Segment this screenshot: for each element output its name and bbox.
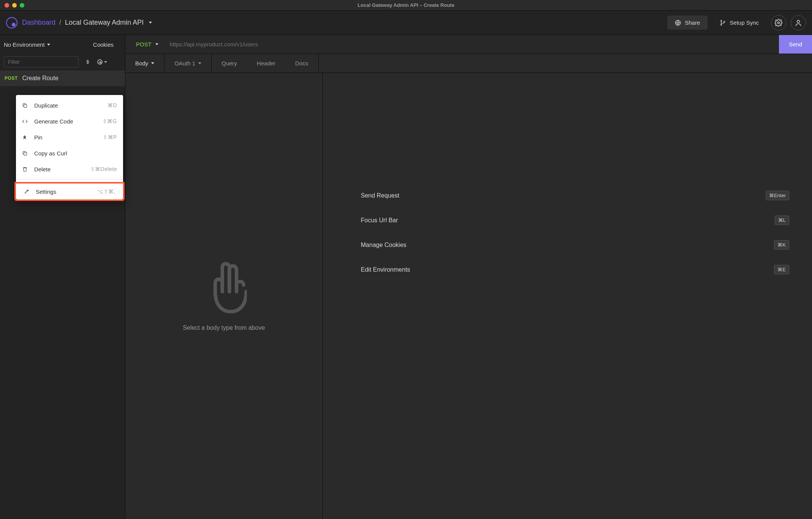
code-icon xyxy=(22,119,29,124)
account-button[interactable] xyxy=(791,15,806,30)
tab-label: Header xyxy=(257,60,275,66)
ctx-generate-code[interactable]: Generate Code ⇧⌘G xyxy=(16,113,123,129)
breadcrumb-workspace[interactable]: Dashboard xyxy=(22,19,55,27)
ctx-highlight: Settings ⌥⇧⌘, xyxy=(14,182,125,201)
share-button[interactable]: Share xyxy=(667,16,708,30)
chevron-down-icon xyxy=(47,44,50,46)
cheat-shortcut: ⌘Enter xyxy=(766,191,789,200)
svg-point-3 xyxy=(724,21,725,22)
cheat-shortcut: ⌘L xyxy=(775,215,789,225)
environment-select[interactable]: No Environment xyxy=(4,41,50,48)
titlebar: Local Gateway Admin API – Create Route xyxy=(0,0,812,11)
cheat-label: Edit Environments xyxy=(361,266,774,273)
cheat-shortcut: ⌘K xyxy=(774,240,789,250)
ctx-label: Duplicate xyxy=(34,102,102,109)
send-label: Send xyxy=(789,41,802,47)
tab-body[interactable]: Body xyxy=(125,54,164,73)
cheat-row: Manage Cookies ⌘K xyxy=(361,240,789,250)
trash-icon xyxy=(22,166,29,172)
zoom-window-button[interactable] xyxy=(20,3,24,8)
request-tabs: Body OAuth 1 Query Header Docs xyxy=(125,54,812,73)
environment-label: No Environment xyxy=(4,41,45,48)
cheat-row: Focus Url Bar ⌘L xyxy=(361,215,789,225)
tab-docs[interactable]: Docs xyxy=(285,54,318,73)
cheat-label: Manage Cookies xyxy=(361,242,774,248)
cheat-shortcut: ⌘E xyxy=(774,265,789,274)
ctx-divider xyxy=(16,179,123,180)
sidebar-filter-row xyxy=(0,54,125,70)
ctx-pin[interactable]: Pin ⇧⌘P xyxy=(16,129,123,145)
main-area: No Environment Cookies POST Create Route xyxy=(0,35,812,519)
tab-label: Query xyxy=(221,60,237,66)
ctx-settings[interactable]: Settings ⌥⇧⌘, xyxy=(16,184,123,199)
globe-icon xyxy=(675,20,681,26)
tab-query[interactable]: Query xyxy=(212,54,247,73)
request-item[interactable]: POST Create Route xyxy=(0,70,125,87)
sort-button[interactable] xyxy=(82,57,93,67)
tab-label: Docs xyxy=(295,60,308,66)
ctx-label: Delete xyxy=(34,166,85,172)
svg-point-5 xyxy=(797,20,800,23)
breadcrumb-separator: / xyxy=(59,19,61,27)
method-label: POST xyxy=(136,41,152,47)
app-logo-icon[interactable] xyxy=(6,17,17,28)
request-bar: POST Send xyxy=(125,35,812,54)
tab-auth[interactable]: OAuth 1 xyxy=(164,54,212,73)
cheat-label: Send Request xyxy=(361,192,766,199)
cheat-row: Send Request ⌘Enter xyxy=(361,191,789,200)
svg-point-1 xyxy=(721,20,722,21)
settings-button[interactable] xyxy=(771,15,786,30)
svg-point-4 xyxy=(778,22,780,24)
content-panel: POST Send Body OAuth 1 Query Header xyxy=(125,35,812,519)
window-title: Local Gateway Admin API – Create Route xyxy=(0,2,812,8)
method-select[interactable]: POST xyxy=(125,35,166,54)
sort-icon xyxy=(86,60,89,64)
share-label: Share xyxy=(685,19,700,26)
shortcut-cheatsheet: Send Request ⌘Enter Focus Url Bar ⌘L Man… xyxy=(323,73,812,519)
ctx-duplicate[interactable]: Duplicate ⌘D xyxy=(16,97,123,113)
ctx-shortcut: ⌥⇧⌘, xyxy=(97,188,115,195)
chevron-down-icon xyxy=(151,62,154,64)
chevron-down-icon xyxy=(198,62,201,64)
user-icon xyxy=(795,19,802,27)
ctx-label: Copy as Curl xyxy=(34,150,112,157)
wrench-icon xyxy=(24,189,30,195)
ctx-shortcut: ⌘D xyxy=(107,102,117,108)
cheat-label: Focus Url Bar xyxy=(361,217,775,224)
chevron-down-icon xyxy=(155,43,158,45)
setup-sync-label: Setup Sync xyxy=(730,19,759,26)
body-pane: Select a body type from above xyxy=(125,73,323,519)
app-header: Dashboard / Local Gateway Admin API Shar… xyxy=(0,11,812,35)
setup-sync-button[interactable]: Setup Sync xyxy=(712,16,766,30)
send-button[interactable]: Send xyxy=(779,35,812,54)
cheat-row: Edit Environments ⌘E xyxy=(361,265,789,274)
peace-hand-icon xyxy=(201,261,247,314)
chevron-down-icon[interactable] xyxy=(149,22,152,24)
sidebar-top-row: No Environment Cookies xyxy=(0,35,125,54)
ctx-delete[interactable]: Delete ⇧⌘Delete xyxy=(16,161,123,177)
svg-point-2 xyxy=(721,24,722,25)
minimize-window-button[interactable] xyxy=(12,3,17,8)
close-window-button[interactable] xyxy=(5,3,9,8)
ctx-label: Settings xyxy=(36,188,92,195)
plus-circle-icon xyxy=(97,59,103,65)
cookies-button[interactable]: Cookies xyxy=(93,41,121,48)
ctx-copy-curl[interactable]: Copy as Curl xyxy=(16,145,123,161)
svg-rect-6 xyxy=(24,104,27,108)
tab-header[interactable]: Header xyxy=(247,54,285,73)
tab-label: Body xyxy=(135,60,148,66)
request-name: Create Route xyxy=(22,75,58,82)
copy-icon xyxy=(22,103,29,108)
copy-icon xyxy=(22,150,29,156)
chevron-down-icon xyxy=(104,61,107,63)
filter-input[interactable] xyxy=(4,56,79,68)
url-input[interactable] xyxy=(166,35,779,54)
new-request-button[interactable] xyxy=(97,57,107,67)
breadcrumb-project[interactable]: Local Gateway Admin API xyxy=(65,19,144,27)
gear-icon xyxy=(775,19,782,27)
ctx-shortcut: ⇧⌘P xyxy=(103,134,117,140)
request-method-badge: POST xyxy=(5,76,18,81)
pin-icon xyxy=(22,134,29,140)
ctx-shortcut: ⇧⌘Delete xyxy=(90,166,117,172)
window-controls xyxy=(5,3,24,8)
